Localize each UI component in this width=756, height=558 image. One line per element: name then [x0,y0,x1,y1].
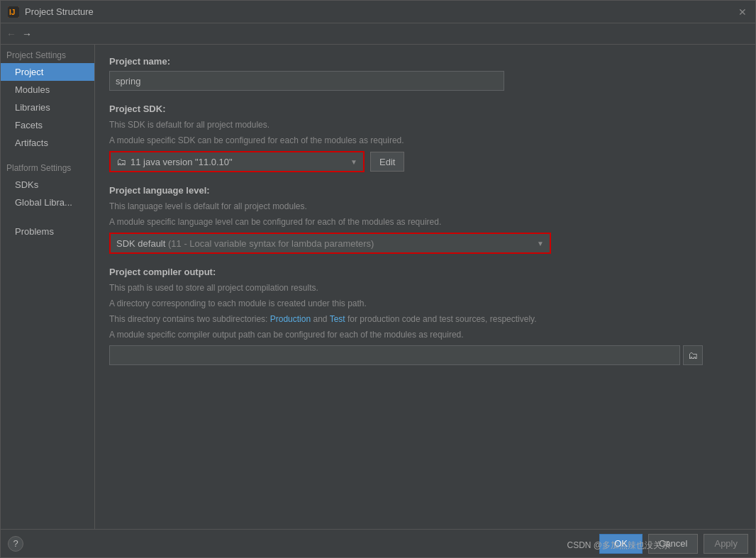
sdk-select-inner: 🗂 11 java version "11.0.10" [116,156,350,167]
project-language-level-group: Project language level: This language le… [109,185,741,254]
project-structure-dialog: IJ Project Structure ✕ ← → Project Setti… [0,0,756,558]
bottom-bar: ? OK Cancel Apply [1,529,755,557]
bottom-right: OK Cancel Apply [599,534,748,554]
test-text: Test [330,314,345,324]
lang-dropdown-arrow: ▼ [537,240,544,247]
compiler-desc1: This path is used to store all project c… [109,281,741,294]
project-sdk-label: Project SDK: [109,104,741,114]
compiler-output-label: Project compiler output: [109,267,741,277]
sidebar: Project Settings Project Modules Librari… [1,45,95,529]
platform-settings-section-label: Platform Settings [1,157,94,176]
sidebar-divider-2 [1,211,94,217]
compiler-folder-button[interactable]: 🗂 [683,345,703,365]
forward-button[interactable]: → [22,28,32,40]
sdk-edit-button[interactable]: Edit [370,152,404,172]
content-area: Project Settings Project Modules Librari… [1,45,755,529]
project-name-group: Project name: [109,56,741,91]
project-name-input[interactable] [109,71,504,91]
sidebar-bottom: Problems [1,223,94,240]
project-name-label: Project name: [109,56,741,67]
project-lang-label: Project language level: [109,185,741,196]
app-icon: IJ [8,6,19,18]
sdk-dropdown-arrow: ▼ [350,158,357,166]
sdk-row: 🗂 11 java version "11.0.10" ▼ Edit [109,151,741,172]
sdk-folder-icon: 🗂 [116,156,126,167]
project-settings-section-label: Project Settings [1,45,94,63]
apply-button[interactable]: Apply [704,534,748,554]
nav-bar: ← → [1,23,755,45]
compiler-output-input[interactable] [109,345,680,365]
compiler-desc3: This directory contains two subdirectori… [109,313,741,325]
svg-text:IJ: IJ [9,9,15,16]
compiler-desc4: A module specific compiler output path c… [109,328,741,341]
main-content: Project name: Project SDK: This SDK is d… [95,45,755,529]
sidebar-item-libraries[interactable]: Libraries [1,99,94,116]
close-button[interactable]: ✕ [737,6,748,18]
project-sdk-desc1: This SDK is default for all project modu… [109,118,741,131]
ok-button[interactable]: OK [599,534,643,554]
cancel-button[interactable]: Cancel [648,534,698,554]
sidebar-item-artifacts[interactable]: Artifacts [1,134,94,152]
dialog-title: Project Structure [25,6,94,17]
project-sdk-desc2: A module specific SDK can be configured … [109,134,741,147]
project-lang-desc1: This language level is default for all p… [109,200,741,213]
sdk-select[interactable]: 🗂 11 java version "11.0.10" ▼ [109,151,365,172]
sidebar-item-project[interactable]: Project [1,63,94,81]
project-compiler-output-group: Project compiler output: This path is us… [109,267,741,365]
sidebar-item-modules[interactable]: Modules [1,81,94,99]
lang-select-main: SDK default [116,238,165,249]
sidebar-item-problems[interactable]: Problems [1,223,94,240]
title-bar: IJ Project Structure ✕ [1,1,755,23]
lang-select-hint: (11 - Local variable syntax for lambda p… [165,238,374,249]
sidebar-item-global-libraries[interactable]: Global Libra... [1,194,94,211]
project-sdk-group: Project SDK: This SDK is default for all… [109,104,741,172]
production-text: Production [270,314,311,324]
language-level-select[interactable]: SDK default (11 - Local variable syntax … [109,233,551,254]
lang-select-value: SDK default (11 - Local variable syntax … [116,238,374,249]
sidebar-item-facets[interactable]: Facets [1,116,94,134]
compiler-desc2: A directory corresponding to each module… [109,297,741,310]
title-bar-left: IJ Project Structure [8,6,94,18]
compiler-output-row: 🗂 [109,345,741,365]
sdk-select-value: 11 java version "11.0.10" [130,157,233,167]
project-lang-desc2: A module specific language level can be … [109,216,741,228]
sidebar-item-sdks[interactable]: SDKs [1,176,94,194]
back-button[interactable]: ← [6,28,16,40]
help-button[interactable]: ? [8,536,23,552]
sidebar-divider [1,152,94,157]
